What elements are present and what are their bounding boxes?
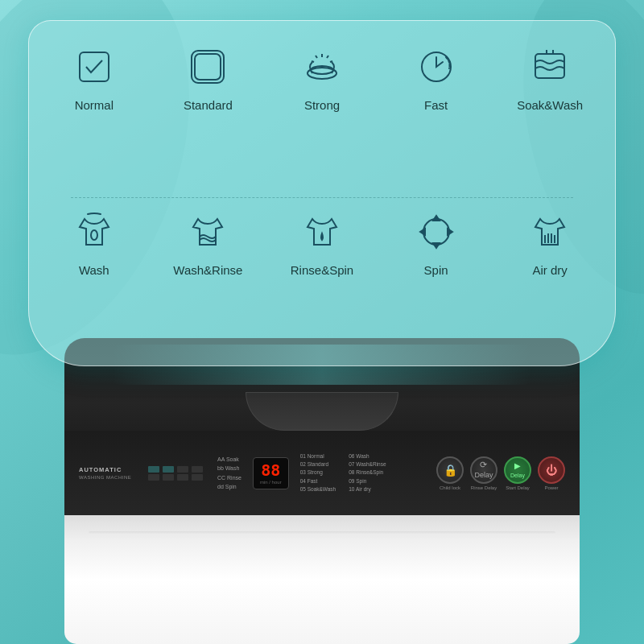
soak-wash-label: Soak&Wash <box>517 98 583 112</box>
lid-handle <box>246 392 398 431</box>
brand-line2: WASHING MACHINE <box>79 475 137 480</box>
svg-rect-11 <box>535 54 564 78</box>
wash-mode-list: 06 Wash 07 Wash&Rinse 08 Rinse&Spin 09 S… <box>349 452 386 494</box>
rinse-delay-button[interactable]: ⟳Delay Rinse Delay <box>470 456 497 490</box>
strong-icon <box>299 43 345 90</box>
rinse-delay-label: Rinse Delay <box>471 485 497 490</box>
start-button[interactable]: ▶Delay Start Delay <box>504 456 531 490</box>
washer-white-body <box>64 515 580 644</box>
row-divider <box>71 197 572 198</box>
power-label: Power <box>544 485 558 490</box>
standard-icon <box>184 43 231 90</box>
control-buttons: 🔒 Child lock ⟳Delay Rinse Delay ▶Delay S… <box>436 456 565 490</box>
normal-label: Normal <box>75 98 114 112</box>
body-ridge <box>89 531 555 535</box>
mode-item-fast: Fast <box>392 43 481 112</box>
brand-area: AUTOMATIC WASHING MACHINE <box>79 466 137 480</box>
strong-label: Strong <box>304 98 340 112</box>
modes-row-2: Wash Wash&Rinse Rinse&Spin <box>37 204 607 354</box>
spin-label: Spin <box>424 263 448 277</box>
svg-marker-18 <box>420 229 425 235</box>
washer-body: AUTOMATIC WASHING MACHINE AA Soak bb Was… <box>64 338 580 644</box>
soak-wash-icon <box>526 43 573 90</box>
mode-item-wash: Wash <box>50 208 138 277</box>
air-dry-label: Air dry <box>533 263 568 277</box>
fast-icon <box>413 43 460 90</box>
wash-rinse-icon <box>184 208 231 255</box>
svg-marker-17 <box>433 243 440 248</box>
start-label: Start Delay <box>506 485 530 490</box>
mode-item-air-dry: Air dry <box>506 208 594 277</box>
power-button[interactable]: ⏻ Power <box>538 456 565 490</box>
wash-rinse-label: Wash&Rinse <box>173 263 242 277</box>
svg-marker-16 <box>448 229 452 235</box>
mode-item-soak-wash: Soak&Wash <box>506 43 594 112</box>
svg-rect-2 <box>195 54 221 80</box>
wash-icon <box>71 208 118 255</box>
mode-grid-indicator <box>148 466 204 481</box>
normal-icon <box>71 43 118 90</box>
mode-item-rinse-spin: Rinse&Spin <box>278 208 366 277</box>
svg-line-7 <box>327 56 328 58</box>
svg-marker-15 <box>433 216 440 221</box>
mode-item-spin: Spin <box>392 208 481 277</box>
rinse-spin-label: Rinse&Spin <box>291 263 353 277</box>
rinse-spin-icon <box>299 208 345 255</box>
child-lock-button[interactable]: 🔒 Child lock <box>436 456 464 490</box>
modes-panel: Normal Standard <box>28 20 616 366</box>
wash-label: Wash <box>79 263 109 277</box>
normal-mode-list: 01 Normal 02 Standard 03 Strong 04 Fast … <box>300 452 336 494</box>
mode-item-strong: Strong <box>278 43 366 112</box>
display-unit: min / hour <box>260 480 282 485</box>
child-lock-label: Child lock <box>440 485 460 490</box>
mode-item-normal: Normal <box>50 43 138 112</box>
svg-line-6 <box>316 56 317 58</box>
display-value: 88 <box>260 462 282 478</box>
control-panel: AUTOMATIC WASHING MACHINE AA Soak bb Was… <box>64 431 580 515</box>
mode-codes: AA Soak bb Wash CC Rinse dd Spin <box>217 455 242 491</box>
svg-rect-0 <box>80 52 109 81</box>
mode-item-standard: Standard <box>163 43 252 112</box>
standard-label: Standard <box>184 98 233 112</box>
spin-icon <box>413 208 460 255</box>
brand-line1: AUTOMATIC <box>79 466 137 473</box>
modes-row-1: Normal Standard <box>37 43 607 197</box>
air-dry-icon <box>526 208 573 255</box>
digital-display: 88 min / hour <box>253 457 289 489</box>
svg-point-14 <box>91 230 97 240</box>
fast-label: Fast <box>424 98 448 112</box>
mode-item-wash-rinse: Wash&Rinse <box>163 208 252 277</box>
